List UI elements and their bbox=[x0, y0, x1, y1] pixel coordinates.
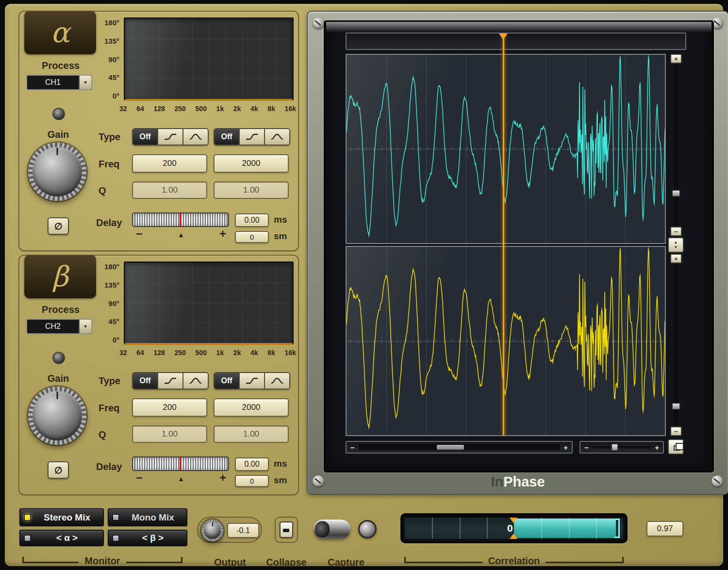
x-tick: 1k bbox=[216, 105, 224, 113]
delay-samples-field[interactable]: 0 bbox=[235, 231, 269, 243]
delay-minus-button[interactable]: − bbox=[136, 471, 143, 485]
waveform-panel-top[interactable] bbox=[346, 54, 666, 244]
zoom-plus-button[interactable]: + bbox=[655, 443, 659, 452]
filter2-freq-field[interactable]: 2000 bbox=[214, 154, 289, 173]
correlation-tick bbox=[432, 518, 433, 539]
correlation-marker-icon bbox=[510, 518, 517, 523]
monitor-alpha-label: < α > bbox=[35, 533, 99, 543]
vscroll-thumb[interactable] bbox=[672, 403, 680, 410]
y-tick: 135° bbox=[104, 281, 119, 289]
delay-center-marker[interactable]: ▲ bbox=[178, 231, 184, 239]
filter2-shelf-button[interactable] bbox=[239, 373, 264, 389]
filter1-bell-button[interactable] bbox=[182, 129, 208, 145]
filter2-q-field[interactable]: 1.00 bbox=[214, 425, 289, 443]
x-tick: 16k bbox=[285, 349, 296, 357]
delay-label: Delay bbox=[96, 461, 122, 472]
x-tick: 32 bbox=[119, 349, 127, 357]
hscroll-thumb[interactable] bbox=[437, 445, 464, 450]
delay-minus-button[interactable]: − bbox=[136, 227, 143, 241]
filter1-freq-field[interactable]: 200 bbox=[132, 154, 207, 173]
zoom-in-button[interactable]: + bbox=[670, 254, 682, 263]
spin-up-icon[interactable]: ▲ bbox=[674, 240, 678, 245]
filter2-bell-button[interactable] bbox=[264, 373, 289, 389]
scroll-left-button[interactable]: − bbox=[350, 443, 355, 452]
delay-slider[interactable] bbox=[132, 212, 229, 227]
monitor-alpha-button[interactable]: < α > bbox=[19, 530, 104, 546]
filter1-q-field[interactable]: 1.00 bbox=[132, 425, 207, 443]
scroll-right-button[interactable]: + bbox=[563, 443, 568, 452]
delay-center-marker[interactable]: ▲ bbox=[178, 475, 184, 483]
shelf-icon bbox=[164, 133, 177, 141]
gain-knob[interactable] bbox=[28, 143, 86, 201]
delay-ms-field[interactable]: 0.00 bbox=[235, 457, 269, 471]
monitor-bracket: Monitor bbox=[22, 557, 182, 568]
filter2-shelf-button[interactable] bbox=[239, 129, 264, 145]
filter1-off-button[interactable]: Off bbox=[133, 129, 157, 145]
y-tick: 45° bbox=[108, 317, 119, 326]
filter1-off-button[interactable]: Off bbox=[133, 373, 157, 389]
vscroll-thumb[interactable] bbox=[672, 190, 680, 197]
stereo-mix-button[interactable]: Stereo Mix bbox=[19, 508, 104, 526]
mono-mix-button[interactable]: Mono Mix bbox=[108, 508, 187, 526]
capture-button[interactable] bbox=[358, 520, 377, 538]
overview-strip[interactable] bbox=[346, 33, 686, 50]
delay-ms-field[interactable]: 0.00 bbox=[235, 213, 269, 227]
bracket-end bbox=[622, 557, 624, 563]
monitor-beta-led bbox=[113, 535, 119, 541]
spin-down-icon[interactable]: ▼ bbox=[674, 245, 678, 250]
zoom-out-button[interactable]: − bbox=[670, 227, 682, 236]
pages-button[interactable] bbox=[668, 439, 684, 455]
filter2-bell-button[interactable] bbox=[264, 129, 289, 145]
gain-knob[interactable] bbox=[28, 387, 86, 445]
filter1-shelf-button[interactable] bbox=[157, 373, 182, 389]
filter2-off-button[interactable]: Off bbox=[215, 373, 239, 389]
brand-phase: Phase bbox=[503, 474, 545, 489]
output-value-field[interactable]: -0.1 bbox=[227, 523, 259, 538]
phase-invert-button[interactable]: ∅ bbox=[48, 461, 69, 479]
x-tick: 2k bbox=[233, 349, 241, 357]
delay-samples-field[interactable]: 0 bbox=[235, 475, 269, 487]
type-label: Type bbox=[99, 375, 120, 387]
panel-spinner[interactable]: ▲ ▼ bbox=[668, 237, 684, 253]
zoom-in-button[interactable]: + bbox=[670, 54, 682, 64]
output-knob[interactable] bbox=[201, 520, 223, 541]
freq-label: Freq bbox=[99, 403, 119, 414]
zoom-minus-button[interactable]: − bbox=[584, 443, 589, 452]
playhead-flag[interactable] bbox=[499, 33, 508, 40]
monitor-alpha-led bbox=[24, 535, 31, 541]
delay-label: Delay bbox=[96, 217, 122, 228]
delay-slider-marker bbox=[180, 213, 181, 226]
capture-lever[interactable] bbox=[314, 520, 350, 539]
filter2-off-button[interactable]: Off bbox=[215, 129, 239, 145]
filter2-q-field[interactable]: 1.00 bbox=[214, 181, 289, 199]
zoom-slider-track[interactable] bbox=[593, 446, 651, 448]
delay-plus-button[interactable]: + bbox=[219, 227, 226, 241]
collapse-slot-icon bbox=[283, 529, 289, 532]
stereo-mix-label: Stereo Mix bbox=[35, 512, 99, 523]
collapse-button[interactable] bbox=[280, 521, 293, 538]
bell-icon bbox=[270, 133, 284, 141]
monitor-beta-button[interactable]: < β > bbox=[108, 530, 187, 546]
filter2-freq-field[interactable]: 2000 bbox=[214, 398, 289, 417]
filter1-q-field[interactable]: 1.00 bbox=[132, 181, 207, 199]
delay-slider[interactable] bbox=[132, 456, 229, 471]
vertical-zoom-top: + − bbox=[669, 54, 683, 236]
zoom-out-button[interactable]: − bbox=[670, 426, 682, 436]
filter1-shelf-button[interactable] bbox=[157, 129, 182, 145]
horizontal-scrollbar: − + bbox=[346, 441, 573, 454]
x-tick: 4k bbox=[250, 349, 258, 357]
bracket-end bbox=[181, 557, 182, 563]
vscroll-track[interactable] bbox=[674, 65, 678, 225]
waveform-canvas-top bbox=[347, 55, 665, 243]
delay-plus-button[interactable]: + bbox=[219, 471, 226, 485]
hscroll-track[interactable] bbox=[359, 444, 560, 450]
phase-invert-button[interactable]: ∅ bbox=[48, 217, 69, 235]
shelf-icon bbox=[164, 377, 177, 385]
zoom-slider-thumb[interactable] bbox=[611, 443, 618, 451]
gain-led bbox=[52, 108, 65, 120]
vscroll-track[interactable] bbox=[674, 265, 678, 425]
filter1-bell-button[interactable] bbox=[182, 373, 208, 389]
y-tick: 135° bbox=[104, 37, 119, 45]
filter1-freq-field[interactable]: 200 bbox=[132, 398, 207, 417]
waveform-panel-bottom[interactable] bbox=[346, 246, 666, 436]
